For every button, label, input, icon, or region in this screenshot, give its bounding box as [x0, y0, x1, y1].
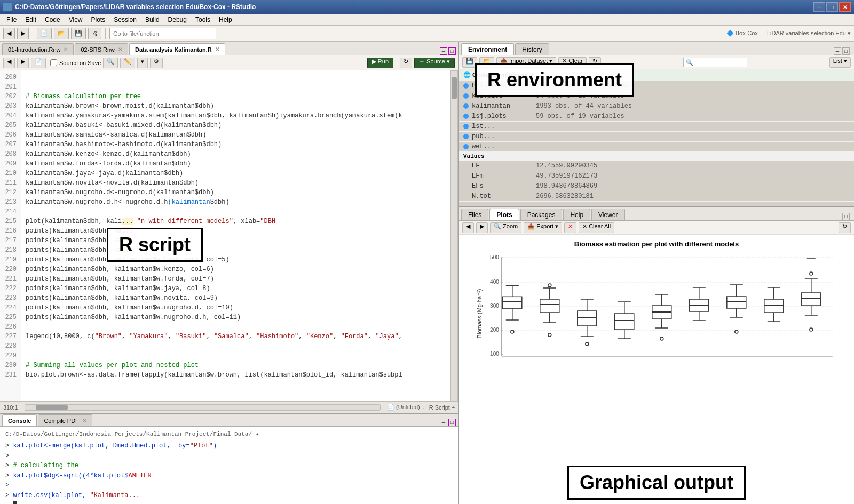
svg-text:300: 300	[490, 303, 499, 309]
nav-forward-btn[interactable]: ▶	[17, 58, 29, 68]
menu-debug[interactable]: Debug	[164, 15, 191, 25]
tab-close-srs[interactable]: ✕	[118, 46, 122, 52]
env-efm[interactable]: EFm 49.7359197162173	[459, 171, 854, 181]
plots-maximize[interactable]: □	[842, 213, 850, 220]
box-1	[503, 286, 522, 333]
menu-file[interactable]: File	[2, 15, 21, 25]
env-maximize[interactable]: □	[842, 47, 850, 55]
env-lst[interactable]: lst...	[459, 122, 854, 132]
editor-scrollbar[interactable]	[450, 70, 458, 401]
list-view-btn[interactable]: List ▾	[829, 57, 851, 68]
plot-back-btn[interactable]: ◀	[462, 222, 474, 233]
delete-plot-btn[interactable]: ✕	[564, 222, 576, 233]
console-line-2: >	[5, 451, 453, 461]
tab-close-intro[interactable]: ✕	[64, 46, 68, 52]
env-search-input[interactable]	[683, 58, 747, 67]
run-button[interactable]: ▶ Run	[367, 58, 393, 68]
tab-environment[interactable]: Environment	[461, 43, 514, 55]
menu-build[interactable]: Build	[141, 15, 164, 25]
titlebar-text: C:/D-Datos/Göttingen/Papers/LiDAR variab…	[15, 3, 813, 11]
tab-introduction[interactable]: 01-Introduction.Rnw ✕	[2, 43, 74, 55]
goto-input[interactable]	[109, 28, 216, 39]
print-button[interactable]: 🖨	[88, 28, 101, 39]
box-2	[540, 284, 559, 337]
console-maximize[interactable]: □	[448, 419, 456, 426]
tab-history[interactable]: History	[515, 43, 549, 55]
clear-all-plots-btn[interactable]: ✕ Clear All	[579, 222, 614, 233]
source-button[interactable]: → Source ▾	[414, 58, 455, 68]
window-controls: ─ □ ✕	[813, 2, 851, 12]
env-kalimantan[interactable]: kalimantan 1993 obs. of 44 variables	[459, 101, 854, 111]
tab-plots[interactable]: Plots	[489, 209, 519, 220]
rerun-btn[interactable]: ↻	[400, 58, 412, 68]
values-section: Values	[459, 152, 854, 161]
tab-help[interactable]: Help	[563, 209, 590, 220]
env-pub[interactable]: pub...	[459, 132, 854, 142]
console-line-4: > kal.plot$dg<-sqrt((4*kal.plot$AMETER	[5, 471, 453, 481]
tab-console[interactable]: Console	[2, 414, 37, 426]
env-dot	[463, 124, 469, 129]
menu-help[interactable]: Help	[215, 15, 236, 25]
save-button[interactable]: 💾	[71, 28, 86, 39]
horizontal-scrollbar[interactable]	[25, 404, 381, 411]
file-type-label: 📄 (Untitled) ÷	[387, 404, 425, 411]
env-minimize[interactable]: ─	[834, 47, 841, 55]
menu-plots[interactable]: Plots	[87, 15, 110, 25]
edit-btn[interactable]: ✏️	[120, 58, 135, 68]
env-dot	[463, 103, 469, 109]
tab-files[interactable]: Files	[461, 209, 488, 220]
env-efs[interactable]: EFs 198.943678864869	[459, 181, 854, 191]
tab-close-pdf[interactable]: ✕	[82, 418, 86, 423]
box-5	[652, 294, 671, 340]
menu-session[interactable]: Session	[109, 15, 141, 25]
save-source-btn[interactable]: 📄	[31, 58, 46, 68]
console-minimize[interactable]: ─	[440, 419, 447, 426]
menu-view[interactable]: View	[65, 15, 87, 25]
plot-forward-btn[interactable]: ▶	[476, 222, 488, 233]
code-editor[interactable]: 2002012022032042052062072082092102112122…	[0, 70, 458, 401]
r-script-label: R script	[107, 228, 203, 262]
menu-edit[interactable]: Edit	[21, 15, 41, 25]
tab-compile-pdf[interactable]: Compile PDF ✕	[38, 414, 92, 426]
svg-text:200: 200	[490, 327, 499, 333]
tab-close-kal[interactable]: ✕	[215, 46, 219, 52]
scrollbar-thumb[interactable]	[452, 77, 457, 99]
options-btn[interactable]: ⚙	[150, 58, 163, 68]
svg-point-64	[735, 330, 738, 333]
back-button[interactable]: ◀	[3, 28, 15, 39]
plot-toolbar: ◀ ▶ 🔍 Zoom 📤 Export ▾ ✕ ✕ Clear All ↻	[459, 221, 854, 235]
code-text[interactable]: # Biomass calculation per tree kalimanta…	[21, 70, 450, 401]
source-on-save-label: Source on Save	[59, 60, 101, 66]
new-file-button[interactable]: 📄	[37, 28, 52, 39]
forward-button[interactable]: ▶	[17, 28, 29, 39]
svg-point-30	[548, 333, 551, 337]
tab-kalimantan[interactable]: Data analysis Kalimantan.R ✕	[129, 43, 225, 55]
minimize-button[interactable]: ─	[813, 2, 825, 12]
plot-refresh-btn[interactable]: ↻	[839, 222, 851, 233]
close-button[interactable]: ✕	[839, 2, 851, 12]
env-lsj-plots[interactable]: lsj.plots 59 obs. of 19 variables	[459, 111, 854, 122]
menu-code[interactable]: Code	[41, 15, 65, 25]
zoom-btn[interactable]: 🔍 Zoom	[490, 222, 521, 233]
source-on-save-checkbox[interactable]	[50, 59, 57, 66]
maximize-button[interactable]: □	[826, 2, 838, 12]
more-btn[interactable]: ▾	[137, 58, 148, 68]
menu-tools[interactable]: Tools	[191, 15, 215, 25]
nav-back-btn[interactable]: ◀	[3, 58, 15, 68]
boxplot-svg: Biomass (Mg·ha⁻¹) 500 400 300 200	[468, 252, 845, 375]
tab-viewer[interactable]: Viewer	[591, 209, 624, 220]
env-ef[interactable]: EF 12.4559.99290345	[459, 161, 854, 171]
editor-maximize[interactable]: □	[448, 47, 456, 55]
tab-packages[interactable]: Packages	[520, 209, 563, 220]
open-file-button[interactable]: 📂	[54, 28, 69, 39]
env-ntot[interactable]: N.tot 2696.5863280181	[459, 191, 854, 202]
right-panel: Environment History ─ □ 💾 📂 📥 Import Dat…	[459, 42, 854, 504]
editor-tab-bar: 01-Introduction.Rnw ✕ 02-SRS.Rnw ✕ Data …	[0, 42, 458, 55]
editor-minimize[interactable]: ─	[440, 47, 447, 55]
plots-minimize[interactable]: ─	[834, 213, 841, 220]
search-btn[interactable]: 🔍	[103, 58, 118, 68]
tab-srs[interactable]: 02-SRS.Rnw ✕	[75, 43, 128, 55]
svg-point-73	[810, 272, 813, 275]
export-btn[interactable]: 📤 Export ▾	[524, 222, 562, 233]
env-wet[interactable]: wet...	[459, 142, 854, 152]
